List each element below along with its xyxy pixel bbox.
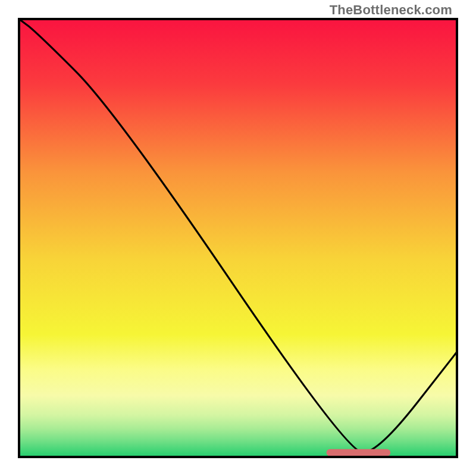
chart-canvas [0,0,476,476]
gradient-background [19,19,457,457]
chart-svg [0,0,476,476]
watermark: TheBottleneck.com [330,2,452,18]
